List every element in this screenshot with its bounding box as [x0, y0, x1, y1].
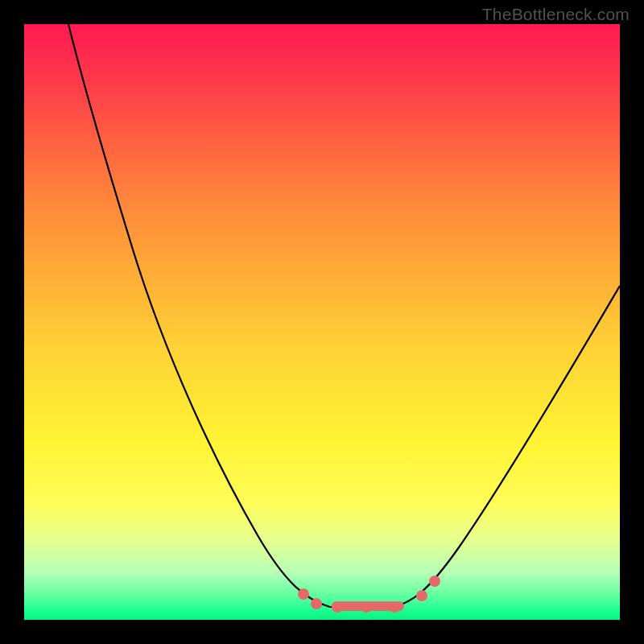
chart-frame: TheBottleneck.com: [0, 0, 644, 644]
watermark-text: TheBottleneck.com: [482, 5, 630, 24]
marker-dot: [298, 588, 309, 600]
bottleneck-curve: [24, 24, 620, 620]
plot-area: [24, 24, 620, 620]
marker-dot: [311, 598, 322, 609]
curve-path: [68, 24, 620, 607]
marker-dot: [429, 576, 440, 587]
marker-dot: [416, 590, 427, 601]
marker-dot: [332, 601, 343, 613]
marker-dot: [389, 601, 400, 613]
marker-dot: [361, 601, 372, 613]
